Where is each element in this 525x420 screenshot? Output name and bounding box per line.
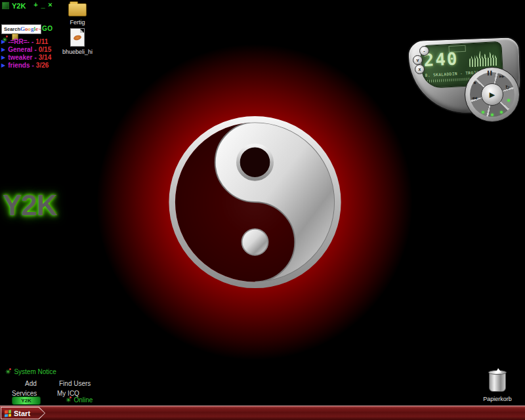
spectrum-visualizer [469,46,499,67]
find-users-link[interactable]: Find Users [59,380,91,387]
player-minimize-button[interactable]: - [419,46,429,56]
led-indicator [507,99,510,102]
group-count: 3/14 [39,54,51,61]
search-label: Search [4,26,20,32]
file-icon [70,28,85,47]
desktop: Y2K Y2K + _ × Search Google™ GO ✳ ▶ -=RR… [0,0,525,420]
desktop-icon-recycle-bin[interactable]: Papierkorb [479,372,516,402]
window-close-button[interactable]: × [47,1,54,9]
contact-group-rr[interactable]: ▶ -=RR=- - 1/11 [1,37,48,45]
desktop-icon-bhuebeli[interactable]: bhuebeli_hi [58,28,97,55]
add-link[interactable]: Add [25,380,37,387]
led-indicator [500,111,503,114]
led-indicator [482,111,484,114]
pause-icon[interactable]: ▌▌ [488,71,494,75]
window-shade-button[interactable]: + [32,1,39,9]
desktop-icon-fertig[interactable]: Fertig [60,3,94,26]
repeat-icon[interactable]: ↻ [505,85,510,91]
stop-icon[interactable]: ■ [474,81,476,85]
group-count: 0/15 [39,46,51,53]
group-name: tweaker [8,54,32,61]
start-button[interactable]: Start [1,407,45,419]
icq-window-title: Y2K [12,2,26,10]
prev-icon[interactable]: ◀◀ [472,96,477,100]
icq-window-icon [2,2,9,9]
play-button[interactable]: ▶ [481,83,503,106]
player-close-button[interactable]: x [415,64,425,74]
search-go-button[interactable]: GO [42,25,53,32]
online-status-label: Online [74,396,93,404]
media-player-window[interactable]: 240 8. SKALADDIN - TROJSKA ER - v x ▌▌ ▶… [404,35,525,123]
folder-icon [68,3,87,16]
group-name: friends [8,62,30,69]
player-mode-button[interactable]: v [413,55,423,65]
group-name: General [8,46,32,53]
google-logo: G [20,26,25,32]
contact-group-tweaker[interactable]: ▶ tweaker - 3/14 [1,53,51,61]
taskbar: Start e O » 448. Skaladdin - Trojs... tw… [0,406,525,420]
system-notice-link[interactable]: ✳ System Notice [5,368,56,375]
group-count: 1/11 [35,38,48,45]
group-arrow-icon: ▶ [1,47,5,52]
contact-group-general[interactable]: ▶ General - 0/15 [1,45,51,53]
status-menu-button[interactable]: Y2K [12,396,41,405]
icq-flower-icon: ✳ [66,397,71,404]
system-notice-label: System Notice [14,368,56,375]
search-input[interactable]: Search Google™ [1,24,41,34]
start-label: Start [14,410,30,417]
icon-label: Papierkorb [479,396,516,402]
icon-label: bhuebeli_hi [58,49,97,55]
group-name: -=RR=- [8,38,30,45]
group-arrow-icon: ▶ [1,62,5,68]
icon-label: Fertig [60,19,94,26]
y2k-desktop-logo: Y2K [3,189,57,222]
led-indicator [491,114,494,116]
group-arrow-icon: ▶ [1,39,5,45]
start-button-face[interactable]: Start [1,408,45,419]
windows-flag-icon [5,410,11,417]
online-status[interactable]: ✳ Online [66,396,93,404]
group-arrow-icon: ▶ [1,54,5,60]
window-minimize-button[interactable]: _ [39,1,47,9]
group-count: 3/26 [36,62,49,69]
contact-group-friends[interactable]: ▶ friends - 3/26 [1,61,49,69]
yin-yang-symbol [161,107,348,297]
transport-control-pad[interactable]: ▌▌ ▶▶ ■ ◀◀ ↻ ▶ [465,67,520,122]
icq-flower-icon: ✳ [5,369,10,375]
next-icon[interactable]: ▶▶ [499,74,505,78]
trash-icon [489,372,506,392]
